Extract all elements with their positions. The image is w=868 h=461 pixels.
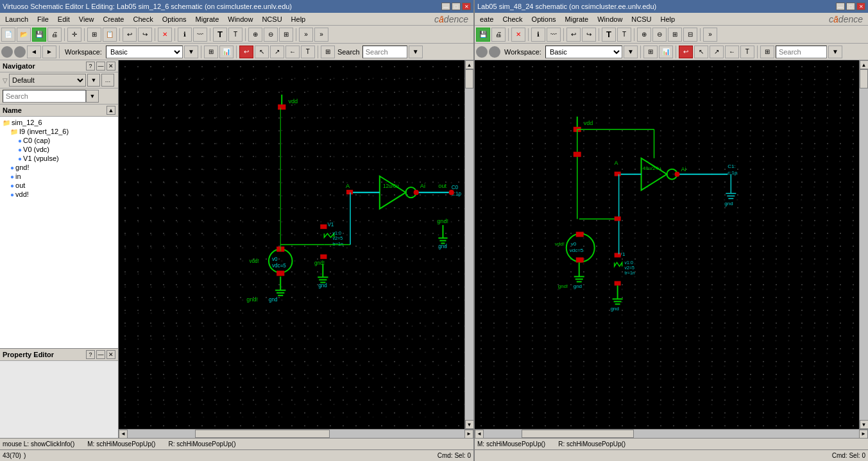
right-menu-create[interactable]: eate [476, 14, 497, 24]
rtb2-red1[interactable]: ↩ [679, 46, 693, 58]
tb-print[interactable]: 🖨 [47, 28, 62, 42]
right-schematic-canvas[interactable]: vdd A [475, 60, 859, 429]
rtb-redo[interactable]: ↪ [582, 28, 596, 42]
left-scroll-right-btn[interactable]: ► [464, 430, 473, 439]
nav-search-arrow-btn[interactable]: ▼ [86, 90, 99, 103]
menu-check[interactable]: Check [129, 14, 157, 24]
tb-move[interactable]: ✛ [67, 28, 81, 42]
tree-item-vdd[interactable]: ● vdd! [9, 190, 117, 199]
tree-item-c0[interactable]: ● C0 (cap) [17, 136, 117, 145]
left-bottom-scrollbar[interactable]: ◄ ► [119, 429, 473, 438]
tb-more[interactable]: » [299, 28, 313, 42]
rtb2-sel2[interactable]: ↗ [710, 46, 724, 58]
rtb2-nav2[interactable] [489, 46, 500, 58]
tb2-fwd[interactable]: ► [42, 46, 56, 58]
tree-item-gnd[interactable]: ● gnd! [9, 163, 117, 172]
nav-tree[interactable]: 📁 sim_12_6 📁 I9 (invert_12_6) ● C0 (cap) [0, 117, 118, 348]
tb-prop[interactable]: ℹ [178, 28, 192, 42]
left-scroll-thumb[interactable] [465, 69, 473, 88]
tb2-nav1[interactable] [1, 46, 13, 58]
tb-zoomin[interactable]: ⊕ [248, 28, 262, 42]
filter-arrow-btn[interactable]: ▼ [87, 74, 100, 87]
left-win-minimize-btn[interactable]: — [441, 3, 450, 10]
prop-minimize-btn[interactable]: — [96, 350, 105, 359]
right-menu-check[interactable]: Check [498, 14, 526, 24]
menu-options[interactable]: Options [158, 14, 191, 24]
tree-item-v0[interactable]: ● V0 (vdc) [17, 145, 117, 154]
rtb2-b1[interactable]: ⊞ [643, 46, 658, 58]
nav-scroll-up-btn[interactable]: ▲ [106, 106, 115, 115]
rtb-prop[interactable]: ℹ [531, 28, 545, 42]
filter-dropdown[interactable]: Default [9, 74, 86, 87]
rtb-wire[interactable]: 〰 [547, 28, 561, 42]
rtb-zoom2[interactable]: ⊟ [683, 28, 697, 42]
tree-item-i9[interactable]: 📁 I9 (invert_12_6) [9, 127, 117, 136]
tb2-back[interactable]: ◄ [27, 46, 41, 58]
right-menu-help[interactable]: Help [657, 14, 679, 24]
nav-close-btn[interactable]: ✕ [106, 62, 115, 71]
right-win-minimize-btn[interactable]: — [836, 3, 845, 10]
rtb-zoomin[interactable]: ⊕ [637, 28, 651, 42]
rtb2-ws-arrow[interactable]: ▼ [624, 46, 638, 58]
rtb-del[interactable]: ✕ [511, 28, 525, 42]
left-scroll-up-btn[interactable]: ▲ [465, 60, 474, 69]
tb-t1[interactable]: T [213, 28, 227, 42]
right-scroll-track[interactable] [860, 69, 868, 420]
tb-zoomout[interactable]: ⊖ [264, 28, 278, 42]
tb-redo[interactable]: ↪ [138, 28, 152, 42]
right-scroll-h-thumb[interactable] [522, 430, 634, 438]
rtb2-sel1[interactable]: ↖ [694, 46, 708, 58]
right-menu-options[interactable]: Options [528, 14, 560, 24]
right-scroll-left-btn[interactable]: ◄ [475, 430, 484, 439]
rtb-more[interactable]: » [703, 28, 717, 42]
menu-edit[interactable]: Edit [54, 14, 74, 24]
right-scroll-h-track[interactable] [484, 430, 859, 438]
tb2-sel1[interactable]: ↖ [255, 46, 269, 58]
tb2-b4[interactable]: T [301, 46, 315, 58]
tb2-b1[interactable]: ⊞ [204, 46, 218, 58]
rtb-print[interactable]: 🖨 [491, 28, 506, 42]
right-scroll-thumb[interactable] [860, 69, 868, 88]
rtb-zoomout[interactable]: ⊖ [652, 28, 667, 42]
menu-create[interactable]: Create [99, 14, 128, 24]
search-input-right[interactable] [776, 46, 827, 58]
tb2-b2[interactable]: 📊 [219, 46, 234, 58]
menu-view[interactable]: View [75, 14, 98, 24]
tree-item-out[interactable]: ● out [9, 181, 117, 190]
tb2-ws-arrow[interactable]: ▼ [184, 46, 198, 58]
tb-open[interactable]: 📂 [17, 28, 31, 42]
right-scroll-right-btn[interactable]: ► [859, 430, 868, 439]
menu-window[interactable]: Window [224, 14, 257, 24]
left-scroll-h-track[interactable] [128, 430, 464, 438]
tb2-nav2[interactable] [14, 46, 26, 58]
tree-item-in[interactable]: ● in [9, 172, 117, 181]
prop-question-btn[interactable]: ? [86, 350, 95, 359]
left-scroll-left-btn[interactable]: ◄ [119, 430, 128, 439]
rtb2-nav1[interactable] [476, 46, 488, 58]
left-win-maximize-btn[interactable]: □ [452, 3, 461, 10]
right-bottom-scrollbar[interactable]: ◄ ► [475, 429, 868, 438]
tb-new[interactable]: 📄 [1, 28, 15, 42]
rtb-t1[interactable]: T [602, 28, 616, 42]
right-scroll-up-btn[interactable]: ▲ [860, 60, 869, 69]
tb-copy[interactable]: ⊞ [87, 28, 101, 42]
left-scroll-track[interactable] [465, 69, 473, 420]
rtb-t2[interactable]: T [617, 28, 631, 42]
left-win-close-btn[interactable]: ✕ [462, 3, 471, 10]
workspace-select[interactable]: Basic [106, 46, 183, 58]
tb2-search-arrow[interactable]: ▼ [409, 46, 423, 58]
rtb2-b2[interactable]: 📊 [659, 46, 673, 58]
tree-item-sim12[interactable]: 📁 sim_12_6 [1, 118, 117, 127]
tb-del[interactable]: ✕ [158, 28, 172, 42]
tb2-sel2[interactable]: ↗ [270, 46, 284, 58]
rtb2-b5[interactable]: ⊞ [760, 46, 774, 58]
left-scroll-h-thumb[interactable] [195, 430, 330, 438]
rtb2-search-arrow[interactable]: ▼ [828, 46, 842, 58]
tb2-b5[interactable]: ⊞ [321, 46, 335, 58]
tb-save[interactable]: 💾 [32, 28, 46, 42]
right-menu-migrate[interactable]: Migrate [561, 14, 593, 24]
left-right-scrollbar[interactable]: ▲ ▼ [464, 60, 473, 429]
filter-more-btn[interactable]: … [101, 74, 114, 87]
tb-undo[interactable]: ↩ [123, 28, 137, 42]
menu-help[interactable]: Help [287, 14, 310, 24]
